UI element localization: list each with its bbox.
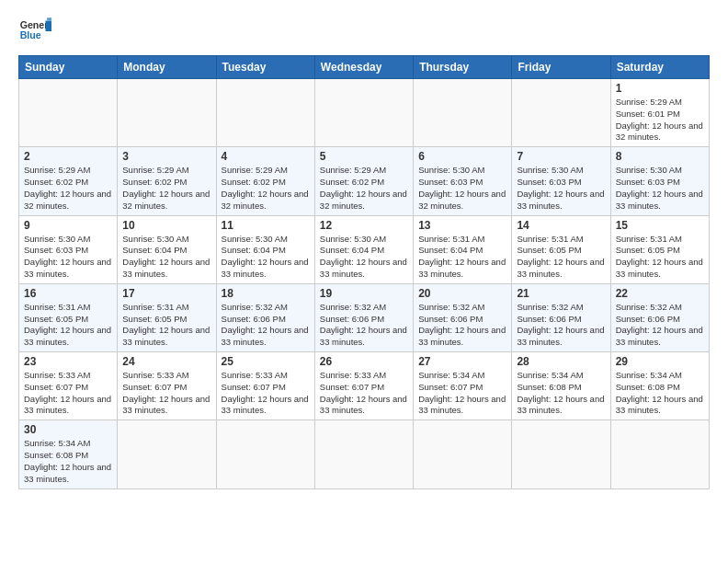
day-number: 1 xyxy=(616,82,704,95)
day-number: 30 xyxy=(24,423,112,436)
day-number: 26 xyxy=(320,355,408,368)
day-info: Sunrise: 5:33 AMSunset: 6:07 PMDaylight:… xyxy=(24,370,112,417)
day-number: 4 xyxy=(222,150,310,163)
day-number: 16 xyxy=(24,287,112,300)
calendar-cell: 23Sunrise: 5:33 AMSunset: 6:07 PMDayligh… xyxy=(19,352,118,420)
calendar-cell xyxy=(216,420,314,488)
day-number: 22 xyxy=(616,287,704,300)
calendar-cell: 2Sunrise: 5:29 AMSunset: 6:02 PMDaylight… xyxy=(19,147,118,215)
calendar-cell: 12Sunrise: 5:30 AMSunset: 6:04 PMDayligh… xyxy=(314,215,413,283)
calendar-cell xyxy=(314,420,413,488)
calendar-table: SundayMondayTuesdayWednesdayThursdayFrid… xyxy=(18,55,710,489)
calendar-cell: 3Sunrise: 5:29 AMSunset: 6:02 PMDaylight… xyxy=(118,147,216,215)
day-number: 19 xyxy=(320,287,408,300)
day-number: 28 xyxy=(517,355,605,368)
day-number: 11 xyxy=(222,219,310,232)
day-number: 6 xyxy=(418,150,506,163)
calendar-cell: 4Sunrise: 5:29 AMSunset: 6:02 PMDaylight… xyxy=(216,147,314,215)
day-number: 10 xyxy=(122,219,210,232)
day-info: Sunrise: 5:29 AMSunset: 6:01 PMDaylight:… xyxy=(616,97,704,144)
calendar-cell: 8Sunrise: 5:30 AMSunset: 6:03 PMDaylight… xyxy=(610,147,709,215)
calendar-cell: 17Sunrise: 5:31 AMSunset: 6:05 PMDayligh… xyxy=(118,283,216,351)
day-number: 14 xyxy=(517,219,605,232)
calendar-cell xyxy=(414,420,512,488)
weekday-header-tuesday: Tuesday xyxy=(216,56,314,79)
calendar-cell: 22Sunrise: 5:32 AMSunset: 6:06 PMDayligh… xyxy=(610,283,709,351)
day-number: 24 xyxy=(122,355,210,368)
day-info: Sunrise: 5:31 AMSunset: 6:05 PMDaylight:… xyxy=(517,234,605,281)
day-info: Sunrise: 5:30 AMSunset: 6:03 PMDaylight:… xyxy=(24,234,112,281)
calendar-cell: 25Sunrise: 5:33 AMSunset: 6:07 PMDayligh… xyxy=(216,352,314,420)
calendar-cell: 26Sunrise: 5:33 AMSunset: 6:07 PMDayligh… xyxy=(314,352,413,420)
day-number: 20 xyxy=(418,287,506,300)
calendar-cell xyxy=(19,79,118,147)
day-info: Sunrise: 5:30 AMSunset: 6:04 PMDaylight:… xyxy=(122,234,210,281)
week-row-3: 9Sunrise: 5:30 AMSunset: 6:03 PMDaylight… xyxy=(19,215,710,283)
day-info: Sunrise: 5:32 AMSunset: 6:06 PMDaylight:… xyxy=(517,302,605,349)
day-number: 9 xyxy=(24,219,112,232)
calendar-cell xyxy=(512,420,610,488)
day-info: Sunrise: 5:31 AMSunset: 6:05 PMDaylight:… xyxy=(24,302,112,349)
day-info: Sunrise: 5:30 AMSunset: 6:04 PMDaylight:… xyxy=(222,234,310,281)
calendar-cell: 16Sunrise: 5:31 AMSunset: 6:05 PMDayligh… xyxy=(19,283,118,351)
calendar-cell: 10Sunrise: 5:30 AMSunset: 6:04 PMDayligh… xyxy=(118,215,216,283)
day-number: 3 xyxy=(122,150,210,163)
calendar-cell xyxy=(118,79,216,147)
calendar-cell: 24Sunrise: 5:33 AMSunset: 6:07 PMDayligh… xyxy=(118,352,216,420)
day-info: Sunrise: 5:34 AMSunset: 6:08 PMDaylight:… xyxy=(616,370,704,417)
calendar-cell xyxy=(314,79,413,147)
day-info: Sunrise: 5:31 AMSunset: 6:04 PMDaylight:… xyxy=(418,234,506,281)
calendar-cell: 13Sunrise: 5:31 AMSunset: 6:04 PMDayligh… xyxy=(414,215,512,283)
day-info: Sunrise: 5:31 AMSunset: 6:05 PMDaylight:… xyxy=(122,302,210,349)
calendar-cell xyxy=(610,420,709,488)
weekday-header-row: SundayMondayTuesdayWednesdayThursdayFrid… xyxy=(19,56,710,79)
day-number: 23 xyxy=(24,355,112,368)
calendar-cell: 29Sunrise: 5:34 AMSunset: 6:08 PMDayligh… xyxy=(610,352,709,420)
calendar-cell xyxy=(512,79,610,147)
day-info: Sunrise: 5:30 AMSunset: 6:03 PMDaylight:… xyxy=(517,165,605,212)
calendar-cell xyxy=(414,79,512,147)
day-info: Sunrise: 5:32 AMSunset: 6:06 PMDaylight:… xyxy=(616,302,704,349)
day-info: Sunrise: 5:34 AMSunset: 6:08 PMDaylight:… xyxy=(24,438,112,485)
day-info: Sunrise: 5:29 AMSunset: 6:02 PMDaylight:… xyxy=(320,165,408,212)
day-info: Sunrise: 5:32 AMSunset: 6:06 PMDaylight:… xyxy=(222,302,310,349)
calendar-cell: 6Sunrise: 5:30 AMSunset: 6:03 PMDaylight… xyxy=(414,147,512,215)
day-info: Sunrise: 5:30 AMSunset: 6:03 PMDaylight:… xyxy=(616,165,704,212)
day-number: 5 xyxy=(320,150,408,163)
day-info: Sunrise: 5:34 AMSunset: 6:07 PMDaylight:… xyxy=(418,370,506,417)
day-number: 2 xyxy=(24,150,112,163)
calendar-cell: 1Sunrise: 5:29 AMSunset: 6:01 PMDaylight… xyxy=(610,79,709,147)
day-info: Sunrise: 5:32 AMSunset: 6:06 PMDaylight:… xyxy=(320,302,408,349)
day-info: Sunrise: 5:33 AMSunset: 6:07 PMDaylight:… xyxy=(320,370,408,417)
day-number: 18 xyxy=(222,287,310,300)
day-number: 29 xyxy=(616,355,704,368)
calendar-cell xyxy=(118,420,216,488)
day-info: Sunrise: 5:30 AMSunset: 6:04 PMDaylight:… xyxy=(320,234,408,281)
day-info: Sunrise: 5:29 AMSunset: 6:02 PMDaylight:… xyxy=(222,165,310,212)
calendar-cell: 14Sunrise: 5:31 AMSunset: 6:05 PMDayligh… xyxy=(512,215,610,283)
calendar-cell xyxy=(216,79,314,147)
calendar-cell: 20Sunrise: 5:32 AMSunset: 6:06 PMDayligh… xyxy=(414,283,512,351)
day-info: Sunrise: 5:32 AMSunset: 6:06 PMDaylight:… xyxy=(418,302,506,349)
calendar-cell: 11Sunrise: 5:30 AMSunset: 6:04 PMDayligh… xyxy=(216,215,314,283)
calendar-cell: 18Sunrise: 5:32 AMSunset: 6:06 PMDayligh… xyxy=(216,283,314,351)
day-info: Sunrise: 5:29 AMSunset: 6:02 PMDaylight:… xyxy=(24,165,112,212)
calendar-cell: 7Sunrise: 5:30 AMSunset: 6:03 PMDaylight… xyxy=(512,147,610,215)
calendar-cell: 19Sunrise: 5:32 AMSunset: 6:06 PMDayligh… xyxy=(314,283,413,351)
day-number: 25 xyxy=(222,355,310,368)
generalblue-logo-icon: General Blue xyxy=(18,15,51,48)
svg-marker-3 xyxy=(47,17,51,20)
calendar-cell: 5Sunrise: 5:29 AMSunset: 6:02 PMDaylight… xyxy=(314,147,413,215)
day-number: 15 xyxy=(616,219,704,232)
day-info: Sunrise: 5:33 AMSunset: 6:07 PMDaylight:… xyxy=(222,370,310,417)
day-info: Sunrise: 5:33 AMSunset: 6:07 PMDaylight:… xyxy=(122,370,210,417)
calendar-cell: 21Sunrise: 5:32 AMSunset: 6:06 PMDayligh… xyxy=(512,283,610,351)
day-number: 8 xyxy=(616,150,704,163)
day-number: 27 xyxy=(418,355,506,368)
calendar-cell: 28Sunrise: 5:34 AMSunset: 6:08 PMDayligh… xyxy=(512,352,610,420)
calendar-cell: 9Sunrise: 5:30 AMSunset: 6:03 PMDaylight… xyxy=(19,215,118,283)
week-row-4: 16Sunrise: 5:31 AMSunset: 6:05 PMDayligh… xyxy=(19,283,710,351)
day-info: Sunrise: 5:29 AMSunset: 6:02 PMDaylight:… xyxy=(122,165,210,212)
week-row-6: 30Sunrise: 5:34 AMSunset: 6:08 PMDayligh… xyxy=(19,420,710,488)
day-info: Sunrise: 5:31 AMSunset: 6:05 PMDaylight:… xyxy=(616,234,704,281)
